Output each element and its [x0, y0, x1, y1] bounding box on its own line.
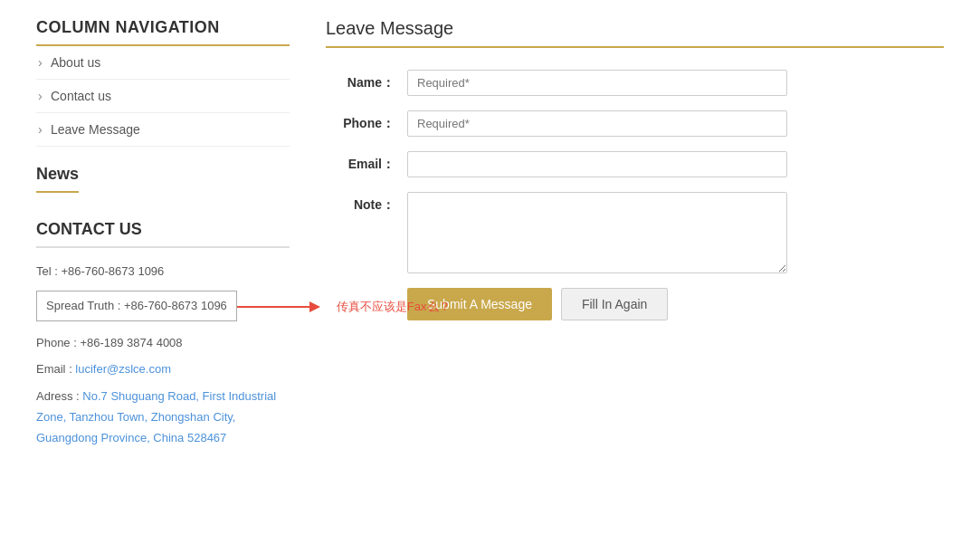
email-row: Email： — [326, 151, 944, 177]
nav-link-leave-message[interactable]: Leave Message — [36, 113, 290, 146]
address-info: Adress : No.7 Shuguang Road, First Indus… — [36, 386, 290, 449]
phone-info: Phone : +86-189 3874 4008 — [36, 332, 290, 353]
phone-label-form: Phone： — [326, 110, 407, 132]
nav-item-about[interactable]: About us — [36, 46, 290, 80]
phone-value: +86-189 3874 4008 — [80, 336, 182, 349]
spread-truth-value: +86-760-8673 1096 — [124, 299, 227, 312]
nav-item-contact[interactable]: Contact us — [36, 80, 290, 113]
tel-value: +86-760-8673 1096 — [61, 264, 164, 278]
nav-list: About us Contact us Leave Message — [36, 46, 290, 147]
spread-truth-box: Spread Truth : +86-760-8673 1096 — [36, 291, 237, 320]
form-title: Leave Message — [326, 18, 944, 48]
email-link[interactable]: lucifer@zslce.com — [75, 362, 171, 376]
note-row: Note： — [326, 192, 944, 273]
phone-input[interactable] — [407, 110, 787, 137]
tel-label: Tel — [36, 264, 52, 278]
name-label: Name： — [326, 70, 407, 91]
name-row: Name： — [326, 70, 944, 96]
column-nav-title: COLUMN NAVIGATION — [36, 18, 290, 46]
submit-button[interactable]: Submit A Message — [407, 288, 552, 320]
page-layout: COLUMN NAVIGATION About us Contact us Le… — [36, 18, 944, 454]
spread-truth-label: Spread Truth — [46, 299, 114, 312]
name-input[interactable] — [407, 70, 787, 96]
spread-truth-container: Spread Truth : +86-760-8673 1096 — [36, 287, 237, 326]
reset-button[interactable]: Fill In Again — [561, 288, 668, 320]
phone-row: Phone： — [326, 110, 944, 137]
contact-us-title: CONTACT US — [36, 220, 290, 248]
nav-link-about[interactable]: About us — [36, 46, 290, 79]
nav-link-contact[interactable]: Contact us — [36, 80, 290, 112]
tel-info: Tel : +86-760-8673 1096 — [36, 261, 290, 282]
sidebar: COLUMN NAVIGATION About us Contact us Le… — [36, 18, 290, 454]
nav-item-leave-message[interactable]: Leave Message — [36, 113, 290, 147]
form-section: Leave Message Name： Phone： Email： Note： … — [326, 18, 944, 454]
note-label: Note： — [326, 192, 407, 214]
news-section: News — [36, 165, 290, 202]
email-label: Email — [36, 362, 66, 376]
email-label-form: Email： — [326, 151, 407, 173]
phone-label: Phone — [36, 336, 71, 349]
news-title: News — [36, 165, 79, 193]
email-info: Email : lucifer@zslce.com — [36, 358, 290, 379]
contact-info: Tel : +86-760-8673 1096 Spread Truth : +… — [36, 261, 290, 449]
address-label: Adress — [36, 389, 72, 403]
note-textarea[interactable] — [407, 192, 787, 273]
address-value: No.7 Shuguang Road, First Industrial Zon… — [36, 389, 276, 445]
email-input[interactable] — [407, 151, 787, 177]
form-buttons: Submit A Message Fill In Again — [407, 288, 944, 320]
contact-us-section: CONTACT US Tel : +86-760-8673 1096 Sprea… — [36, 220, 290, 449]
